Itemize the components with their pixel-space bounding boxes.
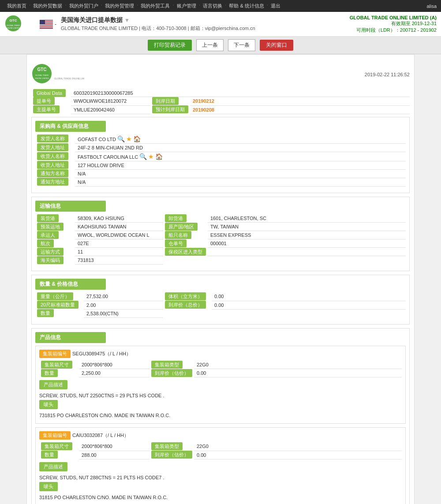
container1-type-label: 集装箱类型	[151, 361, 183, 369]
prev-button[interactable]: 上一条	[196, 39, 224, 51]
nav-account[interactable]: 账户管理	[174, 2, 199, 10]
container1-qty-label: 数量	[41, 369, 58, 377]
voyage-value: 027E	[75, 239, 163, 248]
container2-badge-label: 集装箱编号	[39, 431, 71, 440]
transport-mode-row: 运输方式 11 保税区进入类型	[35, 248, 406, 256]
nav-management[interactable]: 我的外贸管理	[102, 2, 137, 10]
container1-desc-text: SCREW, STUDS, NUT 2250CTNS = 29 PLTS HS …	[39, 391, 402, 400]
consignee-star-icon[interactable]: ★	[148, 153, 154, 160]
buyer-supplier-section: 采购商 & 供应商信息 发货人名称 GOFAST CO LTD 🔍 ★ 🏠 发货…	[31, 117, 410, 193]
global-data-row: Global Data 6003201902130000067285	[31, 90, 410, 97]
weight-label: 重量（公斤）	[37, 292, 73, 300]
container20-row: 20尺标准箱数量 2.00 到岸价（总价） 0.00	[35, 301, 406, 309]
global-data-label-cell: Global Data	[31, 90, 71, 97]
bill-row: 提单号 WWOLWWOE18120072 到岸日期 20190212	[31, 97, 410, 106]
flag-separator: -	[55, 21, 56, 27]
weight-value: 27,532.00	[84, 292, 163, 301]
container1-badge-value: SEGU3089475（/ L / HH）	[72, 351, 131, 357]
print-button[interactable]: 打印贸易记录	[148, 40, 192, 51]
discharge-port-value: 1601, CHARLESTON, SC	[208, 214, 406, 223]
pre-loading-row: 预装运地 KAOHSIUNG TAIWAN 原产国/地区 TW, TAIWAN	[35, 223, 406, 231]
container1-size-label: 集装箱尺寸	[41, 361, 72, 369]
page-header: GTC GLOBAL TRADE ONLINE LIMITED - 美国海关进口…	[0, 12, 441, 37]
product-section: 产品信息 集装箱编号 SEGU3089475（/ L / HH） 集装箱尺寸 2…	[31, 328, 410, 504]
manifest-value: 000001	[208, 239, 406, 248]
next-button[interactable]: 下一条	[228, 39, 255, 51]
close-button[interactable]: 关闭窗口	[260, 40, 293, 51]
container2-desc-label: 产品描述	[39, 462, 67, 471]
valid-until: 有效期至 2019-12-31	[350, 20, 437, 27]
container2-header: 集装箱编号 CAIU3032087（/ L / HH）	[39, 431, 402, 440]
volume-label: 体积（立方米）	[165, 292, 206, 300]
quantity-value: 2,538.00(CTN)	[84, 309, 163, 317]
nav-logout[interactable]: 退出	[268, 2, 283, 10]
transport-title: 运输信息	[35, 201, 106, 212]
svg-text:ONLINE LIMITED: ONLINE LIMITED	[35, 77, 49, 79]
arrival-price-value: 0.00	[212, 301, 406, 309]
title-dropdown[interactable]: ▼	[124, 17, 130, 23]
container2-price-label: 到岸价（估价）	[151, 451, 192, 459]
shipper-home-icon[interactable]: 🏠	[133, 135, 141, 142]
estimated-date-label: 预计到岸日期	[152, 105, 188, 113]
container1-desc-label: 产品描述	[39, 380, 67, 389]
shipper-addr-row: 发货人地址 24F-2 8 MIN-CHUAN 2ND RD	[35, 143, 406, 152]
discharge-port-label: 卸货港	[165, 214, 187, 222]
bill-label: 提单号	[33, 97, 55, 105]
container2-size-value: 2000*806*800	[79, 442, 149, 451]
bonded-value	[208, 248, 406, 256]
ldr-info: 可用时段（LDR）：200712 - 201902	[350, 27, 437, 34]
page-title-section: 美国海关进口提单数据 ▼ GLOBAL TRADE ONLINE LIMITED…	[61, 16, 350, 32]
arrival-date-label-cell: 到岸日期	[150, 97, 190, 106]
carrier-label: 承运人	[37, 231, 59, 239]
container2-block: 集装箱编号 CAIU3032087（/ L / HH） 集装箱尺寸 2000*8…	[35, 427, 406, 504]
container1-badge-label: 集装箱编号	[39, 350, 71, 358]
arrival-price-label: 到岸价（总价）	[165, 301, 206, 309]
shipper-star-icon[interactable]: ★	[126, 135, 132, 142]
customs-row: 海关编码 731813	[35, 256, 406, 265]
consignee-home-icon[interactable]: 🏠	[155, 153, 163, 160]
master-bill-label-cell: 主提单号	[31, 105, 71, 114]
nav-portal[interactable]: 我的外贸门户	[67, 2, 101, 10]
arrival-date-value-cell: 20190212	[190, 97, 410, 106]
us-flag-icon	[40, 20, 53, 29]
nav-home[interactable]: 我的首页	[4, 2, 29, 10]
transport-section: 运输信息 装货港 58309, KAO HSIUNG 卸货港 1601, CHA…	[31, 197, 410, 272]
nav-tools[interactable]: 我的外贸工具	[138, 2, 172, 10]
nav-language[interactable]: 语言切换	[200, 2, 225, 10]
quantity-label: 数量	[37, 309, 54, 317]
transport-mode-value: 11	[75, 248, 163, 256]
nav-trade-data[interactable]: 我的外贸数据	[30, 2, 65, 10]
carrier-row: 承运人 WWOL, WORLDWIDE OCEAN L 船只名称 ESSEN E…	[35, 231, 406, 239]
pre-loading-value: KAOHSIUNG TAIWAN	[75, 223, 163, 231]
svg-rect-9	[40, 26, 53, 26]
estimated-date-value-cell: 20190208	[190, 105, 410, 114]
bonded-label: 保税区进入类型	[165, 248, 206, 256]
consignee-name-label: 收货人名称	[37, 152, 68, 160]
svg-text:GTC: GTC	[10, 19, 17, 22]
nav-help[interactable]: 帮助 & 统计信息	[226, 2, 266, 10]
shipper-search-icon[interactable]: 🔍	[117, 135, 125, 142]
origin-country-value: TW, TAIWAN	[208, 223, 406, 231]
product-title: 产品信息	[35, 332, 106, 343]
global-data-value-cell: 6003201902130000067285	[71, 90, 410, 97]
shipper-name-row: 发货人名称 GOFAST CO LTD 🔍 ★ 🏠	[35, 134, 406, 144]
svg-text:GLOBAL TRADE: GLOBAL TRADE	[35, 74, 49, 76]
svg-rect-8	[40, 24, 53, 25]
master-bill-row: 主提单号 YMLUE209042460 预计到岸日期 20190208	[31, 105, 410, 114]
document-header: GTC GLOBAL TRADE ONLINE LIMITED GLOBAL T…	[31, 59, 410, 90]
consignee-addr-row: 收货人地址 127 HOLLOW DRIVE	[35, 161, 406, 169]
consignee-name-value: FASTBOLT CAROLINA LLC 🔍 ★ 🏠	[75, 152, 406, 161]
estimated-date-value: 20190208	[193, 107, 214, 112]
consignee-search-icon[interactable]: 🔍	[139, 153, 147, 160]
svg-text:GTC: GTC	[37, 67, 46, 72]
container2-type-value: 22G0	[194, 442, 402, 451]
carrier-value: WWOL, WORLDWIDE OCEAN L	[75, 231, 163, 239]
quantity-title: 数量 & 价格信息	[35, 279, 106, 290]
account-info: GLOBAL TRADE ONLINE LIMITED (A) 有效期至 201…	[350, 15, 437, 34]
notify-addr-label: 通知方地址	[37, 178, 68, 186]
buyer-info-table: 发货人名称 GOFAST CO LTD 🔍 ★ 🏠 发货人地址 24F-2 8 …	[35, 134, 406, 187]
master-bill-value-cell: YMLUE209042460	[71, 105, 150, 114]
buyer-supplier-title: 采购商 & 供应商信息	[35, 121, 106, 132]
notify-name-value: N/A	[75, 169, 406, 178]
global-data-label: Global Data	[33, 89, 66, 97]
